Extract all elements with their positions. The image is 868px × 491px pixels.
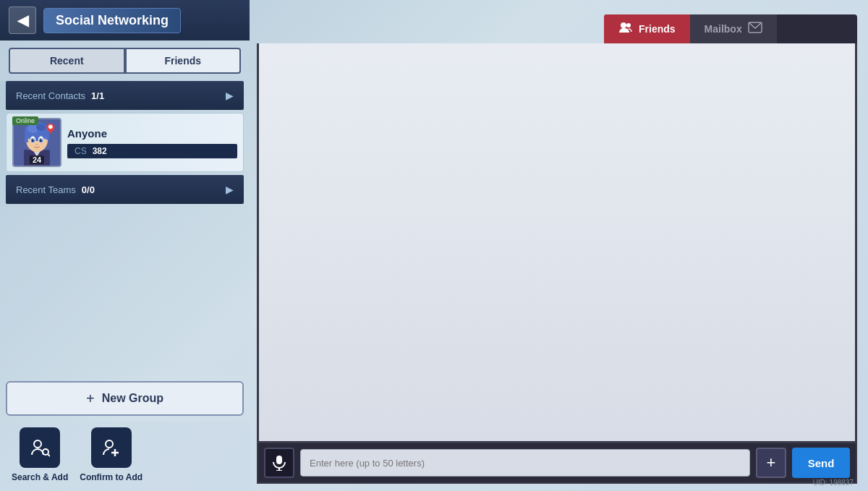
mailbox-icon: [748, 22, 762, 36]
search-add-icon: [20, 427, 60, 468]
cs-label: CS: [75, 146, 87, 156]
cs-value: 382: [93, 146, 107, 156]
svg-line-23: [48, 454, 50, 456]
send-button[interactable]: Send: [792, 448, 850, 478]
chat-messages-area: [259, 43, 855, 441]
search-add-button[interactable]: Search & Add: [12, 427, 68, 482]
back-button[interactable]: ◀: [9, 7, 36, 34]
cs-bar: CS 382: [67, 144, 237, 158]
recent-contacts-count: 1/1: [91, 90, 104, 101]
contact-card[interactable]: Online: [6, 113, 244, 172]
recent-teams-header[interactable]: Recent Teams 0/0 ▶: [6, 175, 244, 204]
attachment-button[interactable]: +: [756, 448, 786, 478]
svg-point-8: [36, 124, 46, 131]
svg-point-16: [41, 139, 43, 140]
svg-point-22: [43, 449, 48, 455]
new-group-button[interactable]: + New Group: [6, 381, 244, 416]
plus-attachment-icon: +: [767, 453, 776, 472]
tab-friends[interactable]: Friends: [125, 48, 242, 74]
online-badge: Online: [12, 116, 38, 125]
contact-info: Anyone CS 382: [67, 127, 237, 158]
svg-point-19: [48, 125, 53, 129]
svg-rect-6: [46, 132, 49, 140]
chat-input-field[interactable]: [300, 449, 750, 477]
chat-body: [257, 43, 857, 443]
uid-label: UID: 198837: [813, 479, 854, 487]
tab-mailbox[interactable]: Mailbox: [690, 14, 777, 43]
right-panel: Friends Mailbox +: [257, 14, 857, 484]
avatar: 24: [12, 118, 61, 167]
svg-point-21: [34, 440, 41, 448]
left-spacer: [0, 207, 250, 375]
tab-row: Recent Friends: [0, 40, 250, 81]
svg-point-17: [36, 144, 38, 145]
tab-friends-chat[interactable]: Friends: [604, 14, 690, 43]
mailbox-tab-label: Mailbox: [705, 23, 742, 35]
recent-contacts-header[interactable]: Recent Contacts 1/1 ▶: [6, 81, 244, 110]
confirm-add-icon: [91, 427, 132, 468]
microphone-button[interactable]: [264, 448, 294, 478]
chevron-right-icon: ▶: [226, 90, 234, 101]
friends-tab-label: Friends: [639, 23, 676, 35]
chevron-right-icon-2: ▶: [226, 184, 234, 195]
svg-point-24: [106, 440, 113, 448]
left-panel: ◀ Social Networking Recent Friends Recen…: [0, 0, 250, 491]
svg-point-28: [626, 23, 631, 27]
new-group-label: New Group: [102, 392, 163, 405]
svg-rect-30: [276, 456, 282, 464]
plus-icon: +: [86, 390, 95, 407]
chat-input-bar: + Send: [257, 443, 857, 484]
recent-contacts-label: Recent Contacts: [16, 90, 85, 101]
svg-point-27: [621, 22, 626, 28]
tab-recent[interactable]: Recent: [9, 48, 125, 74]
friends-chat-icon: [618, 21, 633, 37]
recent-teams-label: Recent Teams: [16, 184, 76, 195]
avatar-level: 24: [30, 155, 44, 164]
confirm-add-label: Confirm to Add: [80, 472, 142, 482]
search-add-label: Search & Add: [12, 472, 68, 482]
recent-teams-count: 0/0: [82, 184, 95, 195]
app-title: Social Networking: [43, 8, 181, 33]
bottom-buttons-row: Search & Add Confirm to Add: [0, 422, 250, 491]
chat-tabs: Friends Mailbox: [604, 14, 857, 43]
svg-rect-5: [25, 132, 28, 142]
confirm-add-button[interactable]: Confirm to Add: [80, 427, 142, 482]
svg-point-15: [33, 139, 35, 140]
header-bar: ◀ Social Networking: [0, 0, 250, 40]
contact-name: Anyone: [67, 127, 237, 140]
